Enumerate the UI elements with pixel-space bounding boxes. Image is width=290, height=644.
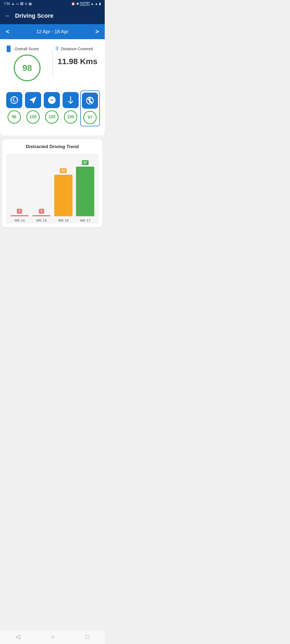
chart-labels-row: WK 14 WK 15 WK 16 WK 17 — [9, 218, 96, 224]
overall-score-circle: 98 — [14, 54, 41, 81]
bar-wk17-bar — [76, 167, 94, 216]
category-row: 96 100 100 — [5, 90, 100, 126]
speed-score: 96 — [8, 110, 21, 124]
category-cornering[interactable]: 100 — [42, 90, 61, 126]
seatbelt-icon — [85, 96, 95, 105]
seatbelt-score: 97 — [83, 111, 97, 124]
overall-score-label: ▐▌ Overall Score — [5, 46, 39, 52]
next-week-button[interactable]: > — [95, 28, 99, 35]
cornering-icon — [47, 96, 56, 105]
bar-wk17: 97 — [74, 160, 96, 216]
cornering-score: 100 — [45, 110, 59, 124]
score-divider — [52, 50, 53, 77]
wk14-label: WK 14 — [9, 218, 31, 222]
distance-label: ⚲ Distance Covered — [55, 46, 93, 52]
category-brake[interactable]: 100 — [24, 90, 42, 126]
bar-wk15: 0 — [31, 209, 53, 216]
bar-wk16-label: 93 — [60, 168, 67, 173]
overall-score-col: ▐▌ Overall Score 98 — [5, 46, 50, 81]
speed-icon-box — [6, 92, 22, 108]
distance-value: 11.98 Kms — [58, 57, 97, 66]
date-range-label: 12 Apr - 18 Apr — [36, 29, 68, 35]
bar-wk15-bar — [32, 215, 50, 216]
score-distance-row: ▐▌ Overall Score 98 ⚲ Distance Covered 1… — [5, 46, 100, 87]
brake-icon-box — [25, 92, 41, 108]
acceleration-icon-box — [63, 92, 79, 108]
back-button[interactable]: ← — [5, 12, 11, 19]
status-time: 7:50 ▲ ▭ 🖼 ⊙ ▦ — [4, 2, 32, 6]
brake-score: 100 — [26, 110, 40, 124]
brake-icon — [28, 96, 38, 105]
bar-wk14-label: 0 — [17, 209, 22, 214]
acceleration-score: 100 — [64, 110, 77, 124]
wk16-label: WK 16 — [52, 218, 74, 222]
score-bar-icon: ▐▌ — [5, 46, 12, 52]
chart-area: 0 0 93 97 WK 14 WK 15 WK 16 WK 1 — [6, 154, 99, 224]
bar-wk16-bar — [54, 175, 73, 216]
bar-wk16: 93 — [52, 168, 74, 216]
bar-wk14-bar — [10, 215, 29, 216]
chart-title: Distracted Driving Trend — [6, 144, 99, 149]
page-title: Driving Score — [15, 12, 53, 19]
status-icons: ⏰ ✱ VoLTE ▲ ▲ ▮ — [71, 2, 101, 6]
chart-card: Distracted Driving Trend 0 0 93 97 — [2, 139, 103, 227]
status-bar: 7:50 ▲ ▭ 🖼 ⊙ ▦ ⏰ ✱ VoLTE ▲ ▲ ▮ — [0, 0, 105, 8]
seatbelt-icon-box — [82, 93, 98, 109]
cornering-icon-box — [44, 92, 60, 108]
wk15-label: WK 15 — [31, 218, 53, 222]
route-icon: ⚲ — [55, 46, 59, 52]
category-speed[interactable]: 96 — [5, 90, 24, 126]
svg-point-0 — [89, 98, 91, 100]
prev-week-button[interactable]: < — [6, 28, 9, 35]
bar-wk14: 0 — [9, 209, 31, 216]
bar-wk17-label: 97 — [82, 160, 89, 165]
distance-col: ⚲ Distance Covered 11.98 Kms — [55, 46, 100, 66]
bars-row: 0 0 93 97 — [9, 157, 96, 216]
category-acceleration[interactable]: 100 — [61, 90, 80, 126]
acceleration-icon — [66, 96, 75, 105]
header: ← Driving Score — [0, 8, 105, 24]
speedometer-icon — [10, 96, 19, 105]
bar-wk15-label: 0 — [39, 209, 44, 214]
main-score-card: ▐▌ Overall Score 98 ⚲ Distance Covered 1… — [0, 39, 105, 136]
category-seatbelt[interactable]: 97 — [80, 90, 100, 126]
wk17-label: WK 17 — [74, 218, 96, 222]
date-navigation: < 12 Apr - 18 Apr > — [0, 24, 105, 39]
